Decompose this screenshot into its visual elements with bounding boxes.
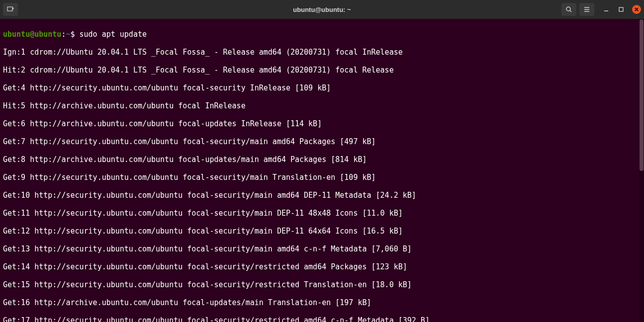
output-line: Get:11 http://security.ubuntu.com/ubuntu…: [3, 209, 641, 218]
output-line: Get:17 http://security.ubuntu.com/ubuntu…: [3, 316, 641, 322]
search-icon: [565, 5, 573, 13]
scrollbar-thumb[interactable]: [640, 19, 644, 171]
prompt-user-host: ubuntu@ubuntu: [3, 30, 61, 39]
window-title: ubuntu@ubuntu: ~: [293, 6, 351, 13]
new-tab-icon: [6, 5, 14, 13]
output-line: Get:7 http://security.ubuntu.com/ubuntu …: [3, 137, 641, 146]
titlebar-left: [3, 3, 18, 16]
hamburger-icon: [583, 5, 591, 13]
output-line: Get:4 http://security.ubuntu.com/ubuntu …: [3, 83, 641, 92]
search-button[interactable]: [561, 3, 576, 16]
titlebar: ubuntu@ubuntu: ~: [0, 0, 644, 19]
prompt-symbol: $: [70, 30, 75, 39]
close-icon: [635, 7, 639, 11]
output-line: Get:8 http://archive.ubuntu.com/ubuntu f…: [3, 155, 641, 164]
window-controls: [602, 5, 641, 14]
minimize-button[interactable]: [602, 5, 610, 13]
output-line: Get:10 http://security.ubuntu.com/ubuntu…: [3, 191, 641, 200]
command-text: sudo apt update: [80, 30, 147, 39]
output-line: Get:14 http://security.ubuntu.com/ubuntu…: [3, 262, 641, 271]
minimize-icon: [603, 6, 609, 12]
prompt-line: ubuntu@ubuntu:~$ sudo apt update: [3, 30, 641, 39]
output-line: Get:15 http://security.ubuntu.com/ubuntu…: [3, 280, 641, 289]
svg-rect-7: [619, 7, 623, 11]
svg-point-1: [566, 7, 570, 11]
menu-button[interactable]: [579, 3, 594, 16]
new-tab-button[interactable]: [3, 3, 18, 16]
terminal-content[interactable]: ubuntu@ubuntu:~$ sudo apt update Ign:1 c…: [0, 19, 644, 322]
output-line: Get:16 http://archive.ubuntu.com/ubuntu …: [3, 298, 641, 307]
maximize-icon: [618, 6, 624, 12]
close-button[interactable]: [632, 5, 641, 14]
output-line: Ign:1 cdrom://Ubuntu 20.04.1 LTS _Focal …: [3, 48, 641, 57]
output-line: Get:12 http://security.ubuntu.com/ubuntu…: [3, 227, 641, 236]
svg-rect-0: [7, 7, 12, 11]
maximize-button[interactable]: [617, 5, 625, 13]
scrollbar[interactable]: [639, 19, 644, 322]
output-line: Get:6 http://archive.ubuntu.com/ubuntu f…: [3, 119, 641, 128]
svg-line-2: [570, 10, 571, 12]
output-line: Get:9 http://security.ubuntu.com/ubuntu …: [3, 173, 641, 182]
titlebar-right: [561, 3, 641, 16]
output-line: Hit:2 cdrom://Ubuntu 20.04.1 LTS _Focal …: [3, 66, 641, 75]
output-line: Hit:5 http://archive.ubuntu.com/ubuntu f…: [3, 101, 641, 110]
output-line: Get:13 http://security.ubuntu.com/ubuntu…: [3, 244, 641, 253]
